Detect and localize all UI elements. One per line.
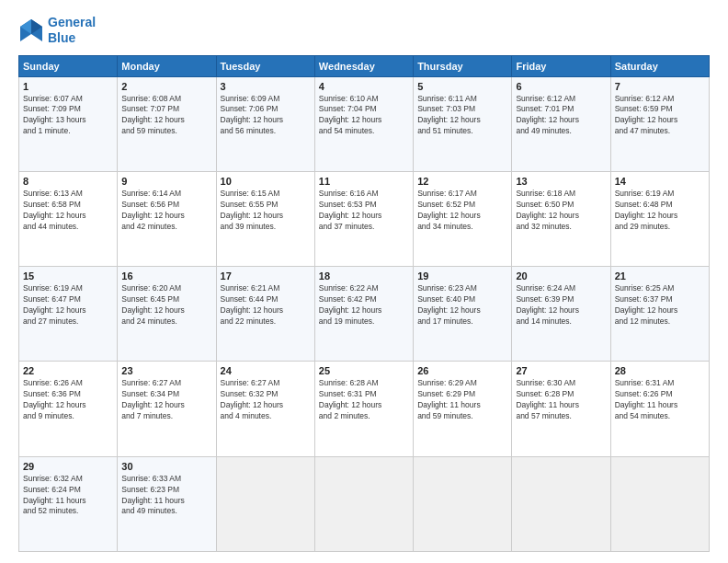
day-number: 27 [516, 365, 606, 376]
logo-icon [18, 17, 44, 43]
day-info: Sunrise: 6:08 AM Sunset: 7:07 PM Dayligh… [121, 94, 211, 138]
day-number: 2 [121, 81, 211, 92]
calendar-cell [314, 456, 413, 551]
calendar-cell: 3Sunrise: 6:09 AM Sunset: 7:06 PM Daylig… [216, 76, 314, 171]
calendar-cell: 6Sunrise: 6:12 AM Sunset: 7:01 PM Daylig… [512, 76, 610, 171]
day-number: 10 [221, 176, 311, 187]
calendar-cell: 2Sunrise: 6:08 AM Sunset: 7:07 PM Daylig… [118, 76, 216, 171]
weekday-header-saturday: Saturday [610, 55, 709, 76]
day-info: Sunrise: 6:19 AM Sunset: 6:47 PM Dayligh… [23, 283, 113, 327]
day-info: Sunrise: 6:11 AM Sunset: 7:03 PM Dayligh… [417, 94, 507, 138]
day-number: 9 [121, 176, 211, 187]
weekday-header-thursday: Thursday [414, 55, 512, 76]
calendar-cell [216, 456, 314, 551]
calendar-cell [610, 456, 709, 551]
day-number: 17 [221, 270, 311, 282]
day-number: 20 [516, 270, 606, 282]
day-number: 8 [23, 176, 113, 187]
day-number: 1 [23, 81, 113, 92]
day-number: 12 [417, 176, 507, 187]
day-info: Sunrise: 6:19 AM Sunset: 6:48 PM Dayligh… [615, 189, 705, 233]
calendar-week-row: 1Sunrise: 6:07 AM Sunset: 7:09 PM Daylig… [19, 76, 710, 171]
calendar-cell: 5Sunrise: 6:11 AM Sunset: 7:03 PM Daylig… [414, 76, 512, 171]
day-info: Sunrise: 6:28 AM Sunset: 6:31 PM Dayligh… [319, 378, 409, 422]
day-info: Sunrise: 6:13 AM Sunset: 6:58 PM Dayligh… [23, 189, 113, 233]
calendar-week-row: 8Sunrise: 6:13 AM Sunset: 6:58 PM Daylig… [19, 171, 710, 266]
header: General Blue [18, 15, 710, 46]
day-info: Sunrise: 6:22 AM Sunset: 6:42 PM Dayligh… [319, 283, 409, 327]
day-number: 13 [516, 176, 606, 187]
calendar-cell: 26Sunrise: 6:29 AM Sunset: 6:29 PM Dayli… [414, 362, 512, 456]
day-info: Sunrise: 6:16 AM Sunset: 6:53 PM Dayligh… [319, 189, 409, 233]
weekday-header-row: SundayMondayTuesdayWednesdayThursdayFrid… [19, 55, 710, 76]
calendar-cell: 19Sunrise: 6:23 AM Sunset: 6:40 PM Dayli… [414, 267, 512, 362]
calendar-cell [512, 456, 610, 551]
day-info: Sunrise: 6:25 AM Sunset: 6:37 PM Dayligh… [615, 283, 705, 327]
calendar-cell: 16Sunrise: 6:20 AM Sunset: 6:45 PM Dayli… [118, 267, 216, 362]
calendar-week-row: 22Sunrise: 6:26 AM Sunset: 6:36 PM Dayli… [19, 362, 710, 456]
day-number: 29 [23, 461, 113, 472]
calendar-cell: 15Sunrise: 6:19 AM Sunset: 6:47 PM Dayli… [19, 267, 118, 362]
calendar-cell: 12Sunrise: 6:17 AM Sunset: 6:52 PM Dayli… [414, 171, 512, 266]
day-info: Sunrise: 6:26 AM Sunset: 6:36 PM Dayligh… [23, 378, 113, 422]
logo: General Blue [18, 15, 96, 46]
calendar-week-row: 29Sunrise: 6:32 AM Sunset: 6:24 PM Dayli… [19, 456, 710, 551]
day-number: 15 [23, 270, 113, 282]
calendar-cell: 9Sunrise: 6:14 AM Sunset: 6:56 PM Daylig… [118, 171, 216, 266]
calendar-cell: 24Sunrise: 6:27 AM Sunset: 6:32 PM Dayli… [216, 362, 314, 456]
day-number: 3 [221, 81, 311, 92]
day-info: Sunrise: 6:15 AM Sunset: 6:55 PM Dayligh… [221, 189, 311, 233]
day-info: Sunrise: 6:31 AM Sunset: 6:26 PM Dayligh… [615, 378, 705, 422]
calendar-cell: 21Sunrise: 6:25 AM Sunset: 6:37 PM Dayli… [610, 267, 709, 362]
calendar-cell: 27Sunrise: 6:30 AM Sunset: 6:28 PM Dayli… [512, 362, 610, 456]
calendar-cell: 20Sunrise: 6:24 AM Sunset: 6:39 PM Dayli… [512, 267, 610, 362]
calendar-cell: 30Sunrise: 6:33 AM Sunset: 6:23 PM Dayli… [118, 456, 216, 551]
day-info: Sunrise: 6:12 AM Sunset: 6:59 PM Dayligh… [615, 94, 705, 138]
calendar-cell: 29Sunrise: 6:32 AM Sunset: 6:24 PM Dayli… [19, 456, 118, 551]
day-number: 21 [615, 270, 705, 282]
calendar-cell [414, 456, 512, 551]
calendar-cell: 25Sunrise: 6:28 AM Sunset: 6:31 PM Dayli… [314, 362, 413, 456]
calendar-cell: 10Sunrise: 6:15 AM Sunset: 6:55 PM Dayli… [216, 171, 314, 266]
day-info: Sunrise: 6:09 AM Sunset: 7:06 PM Dayligh… [221, 94, 311, 138]
day-info: Sunrise: 6:30 AM Sunset: 6:28 PM Dayligh… [516, 378, 606, 422]
page: General Blue SundayMondayTuesdayWednesda… [0, 0, 728, 563]
day-number: 28 [615, 365, 705, 376]
day-info: Sunrise: 6:29 AM Sunset: 6:29 PM Dayligh… [417, 378, 507, 422]
day-number: 18 [319, 270, 409, 282]
weekday-header-tuesday: Tuesday [216, 55, 314, 76]
day-info: Sunrise: 6:23 AM Sunset: 6:40 PM Dayligh… [417, 283, 507, 327]
day-number: 26 [417, 365, 507, 376]
day-info: Sunrise: 6:07 AM Sunset: 7:09 PM Dayligh… [23, 94, 113, 138]
calendar-cell: 4Sunrise: 6:10 AM Sunset: 7:04 PM Daylig… [314, 76, 413, 171]
day-number: 23 [121, 365, 211, 376]
calendar-cell: 7Sunrise: 6:12 AM Sunset: 6:59 PM Daylig… [610, 76, 709, 171]
calendar-cell: 28Sunrise: 6:31 AM Sunset: 6:26 PM Dayli… [610, 362, 709, 456]
logo-text: General Blue [48, 15, 96, 46]
day-info: Sunrise: 6:24 AM Sunset: 6:39 PM Dayligh… [516, 283, 606, 327]
day-info: Sunrise: 6:12 AM Sunset: 7:01 PM Dayligh… [516, 94, 606, 138]
calendar-table: SundayMondayTuesdayWednesdayThursdayFrid… [18, 55, 710, 552]
day-number: 4 [319, 81, 409, 92]
weekday-header-sunday: Sunday [19, 55, 118, 76]
day-info: Sunrise: 6:27 AM Sunset: 6:32 PM Dayligh… [221, 378, 311, 422]
calendar-cell: 13Sunrise: 6:18 AM Sunset: 6:50 PM Dayli… [512, 171, 610, 266]
weekday-header-friday: Friday [512, 55, 610, 76]
day-info: Sunrise: 6:32 AM Sunset: 6:24 PM Dayligh… [23, 474, 113, 518]
calendar-cell: 22Sunrise: 6:26 AM Sunset: 6:36 PM Dayli… [19, 362, 118, 456]
day-info: Sunrise: 6:17 AM Sunset: 6:52 PM Dayligh… [417, 189, 507, 233]
day-number: 30 [121, 461, 211, 472]
weekday-header-wednesday: Wednesday [314, 55, 413, 76]
calendar-cell: 23Sunrise: 6:27 AM Sunset: 6:34 PM Dayli… [118, 362, 216, 456]
day-number: 6 [516, 81, 606, 92]
day-info: Sunrise: 6:18 AM Sunset: 6:50 PM Dayligh… [516, 189, 606, 233]
day-number: 14 [615, 176, 705, 187]
day-number: 5 [417, 81, 507, 92]
calendar-week-row: 15Sunrise: 6:19 AM Sunset: 6:47 PM Dayli… [19, 267, 710, 362]
day-number: 16 [121, 270, 211, 282]
day-number: 7 [615, 81, 705, 92]
day-info: Sunrise: 6:20 AM Sunset: 6:45 PM Dayligh… [121, 283, 211, 327]
weekday-header-monday: Monday [118, 55, 216, 76]
day-number: 22 [23, 365, 113, 376]
day-info: Sunrise: 6:33 AM Sunset: 6:23 PM Dayligh… [121, 474, 211, 518]
